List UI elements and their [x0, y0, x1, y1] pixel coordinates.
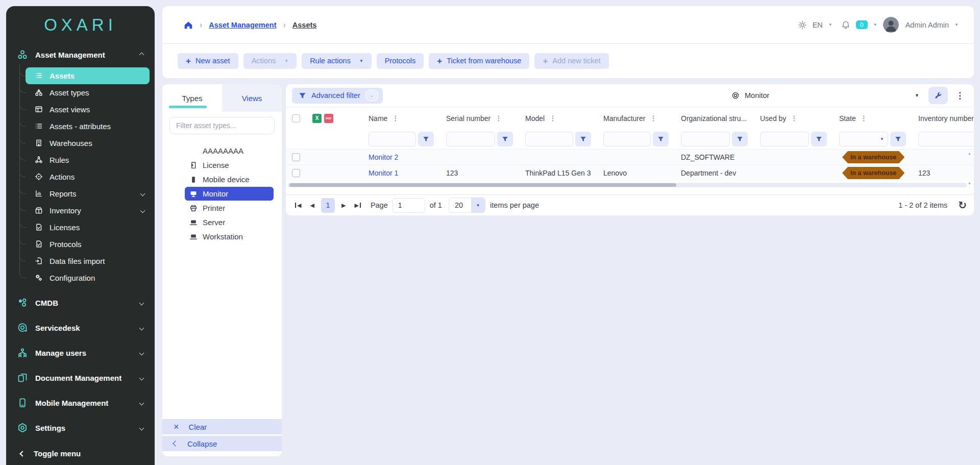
filter-asset-types-input[interactable] [169, 117, 275, 134]
column-header-used-by[interactable]: Used by⋮ [754, 114, 833, 123]
grid-menu-button[interactable]: ⋮ [952, 90, 968, 101]
tab-views[interactable]: Views [222, 84, 282, 112]
page-number-input[interactable] [393, 198, 425, 213]
serial-number-filter-button[interactable] [497, 132, 513, 146]
name-filter-button[interactable] [418, 132, 434, 146]
tree-item-printer[interactable]: Printer [185, 201, 274, 215]
ticket-from-warehouse-button[interactable]: + Ticket from warehouse [429, 53, 529, 69]
tree-item-workstation[interactable]: Workstation [185, 230, 274, 243]
tree-item-mobile-device[interactable]: Mobile device [185, 173, 274, 186]
tab-types[interactable]: Types [162, 84, 222, 112]
model-filter-input[interactable] [525, 132, 573, 146]
tree-item-monitor[interactable]: Monitor [185, 187, 274, 201]
sidebar-item-assets[interactable]: Assets [26, 67, 150, 84]
next-page-button[interactable]: ▶ [339, 202, 348, 209]
column-header-inventory-number[interactable]: Inventory number [912, 114, 974, 123]
gear-icon[interactable] [798, 20, 807, 30]
select-all-checkbox[interactable] [292, 114, 300, 123]
breadcrumb-assets[interactable]: Assets [292, 21, 317, 29]
serial-number-filter-input[interactable] [446, 132, 495, 146]
column-menu-icon[interactable]: ⋮ [549, 114, 556, 122]
refresh-icon[interactable]: ↻ [958, 199, 967, 211]
excel-export-icon[interactable]: X [312, 114, 322, 123]
home-icon[interactable] [184, 20, 193, 30]
sidebar-item-inventory[interactable]: Inventory [26, 202, 150, 219]
organizational-structure-filter-button[interactable] [732, 132, 748, 146]
previous-page-button[interactable]: ◀ [308, 202, 316, 209]
sidebar-item-asset-types[interactable]: Asset types [26, 84, 150, 101]
column-menu-icon[interactable]: ⋮ [495, 114, 502, 122]
sidebar-section-settings[interactable]: Settings [6, 415, 155, 440]
column-header-manufacturer[interactable]: Manufacturer⋮ [597, 114, 675, 123]
table-row[interactable]: Monitor 1 123 ThinkPad L15 Gen 3 Lenovo … [286, 165, 974, 181]
notification-badge[interactable]: 0 [856, 20, 868, 29]
row-checkbox[interactable] [292, 153, 300, 161]
column-menu-icon[interactable]: ⋮ [791, 114, 797, 122]
sidebar-item-data-files-import[interactable]: Data files import [26, 253, 150, 270]
used-by-filter-button[interactable] [811, 132, 827, 146]
caret-down-icon[interactable]: ▼ [828, 22, 832, 27]
pdf-export-icon[interactable]: PDF [324, 114, 333, 123]
asset-link[interactable]: Monitor 2 [369, 153, 398, 161]
column-header-organizational-structure[interactable]: Organizational stru...⋮ [675, 114, 754, 123]
actions-button[interactable]: Actions ▼ [243, 53, 297, 69]
column-header-model[interactable]: Model⋮ [519, 114, 597, 123]
column-menu-icon[interactable]: ⋮ [392, 114, 399, 122]
sidebar-section-mobile-management[interactable]: Mobile Management [6, 390, 155, 415]
rule-actions-button[interactable]: Rule actions ▼ [302, 53, 372, 69]
asset-link[interactable]: Monitor 1 [369, 169, 398, 177]
organizational-structure-filter-input[interactable] [681, 132, 730, 146]
sidebar-section-asset-management[interactable]: Asset Management [6, 43, 155, 66]
sidebar-item-rules[interactable]: Rules [26, 152, 150, 168]
first-page-button[interactable]: ◀ [293, 202, 303, 209]
grid-settings-button[interactable] [928, 87, 948, 104]
sidebar-item-asset-views[interactable]: Asset views [26, 101, 150, 118]
sidebar-section-cmdb[interactable]: CMDB [6, 290, 155, 315]
tree-item-aaaaaaaa[interactable]: AAAAAAAA [185, 144, 274, 158]
caret-down-icon[interactable]: ▼ [873, 22, 877, 27]
column-header-state[interactable]: State⋮ [833, 114, 912, 123]
sidebar-item-licenses[interactable]: Licenses [26, 219, 150, 236]
caret-down-icon[interactable]: ▼ [954, 22, 959, 27]
sidebar-item-protocols[interactable]: Protocols [26, 236, 150, 253]
view-selector[interactable]: Monitor ▼ [731, 91, 919, 100]
scroll-up-icon[interactable]: ▲ [968, 152, 971, 155]
tree-item-server[interactable]: Server [185, 215, 274, 229]
new-asset-button[interactable]: + New asset [178, 53, 238, 69]
vertical-scrollbar[interactable]: ▲ ▼ [967, 152, 972, 185]
scroll-down-icon[interactable]: ▼ [968, 182, 971, 185]
sidebar-item-configuration[interactable]: Configuration [26, 270, 150, 286]
column-menu-icon[interactable]: ⋮ [861, 114, 867, 122]
user-name[interactable]: Admin Admin [905, 21, 949, 29]
advanced-filter-button[interactable]: Advanced filter - [292, 88, 383, 104]
sidebar-item-warehouses[interactable]: Warehouses [26, 135, 150, 152]
column-header-serial-number[interactable]: Serial number⋮ [440, 114, 519, 123]
tree-item-license[interactable]: License [185, 158, 274, 172]
manufacturer-filter-input[interactable] [603, 132, 651, 146]
column-header-name[interactable]: Name⋮ [362, 114, 440, 123]
row-checkbox[interactable] [292, 169, 300, 177]
used-by-filter-input[interactable] [760, 132, 809, 146]
breadcrumb-asset-management[interactable]: Asset Management [209, 21, 276, 29]
language-selector[interactable]: EN [813, 21, 823, 29]
bell-icon[interactable] [841, 20, 850, 30]
model-filter-button[interactable] [575, 132, 591, 146]
sidebar-section-document-management[interactable]: Document Management [6, 365, 155, 390]
protocols-button[interactable]: Protocols [377, 53, 424, 69]
column-menu-icon[interactable]: ⋮ [650, 114, 656, 122]
sidebar-section-servicedesk[interactable]: Servicedesk [6, 315, 155, 340]
state-filter-button[interactable] [890, 132, 906, 146]
add-new-ticket-button[interactable]: + Add new ticket [534, 53, 608, 69]
sidebar-section-manage-users[interactable]: Manage users [6, 340, 155, 365]
sidebar-item-assets-attributes[interactable]: Assets - attributes [26, 118, 150, 135]
last-page-button[interactable]: ▶ [352, 202, 362, 209]
name-filter-input[interactable] [369, 132, 416, 146]
inventory-number-filter-input[interactable] [918, 132, 974, 146]
sidebar-item-reports[interactable]: Reports [26, 185, 150, 202]
clear-button[interactable]: × Clear [162, 419, 282, 434]
avatar[interactable] [883, 17, 899, 33]
manufacturer-filter-button[interactable] [653, 132, 669, 146]
page-size-select[interactable]: 20 ▼ [449, 198, 485, 213]
collapse-button[interactable]: Collapse [162, 436, 282, 451]
horizontal-scrollbar[interactable] [288, 183, 967, 187]
